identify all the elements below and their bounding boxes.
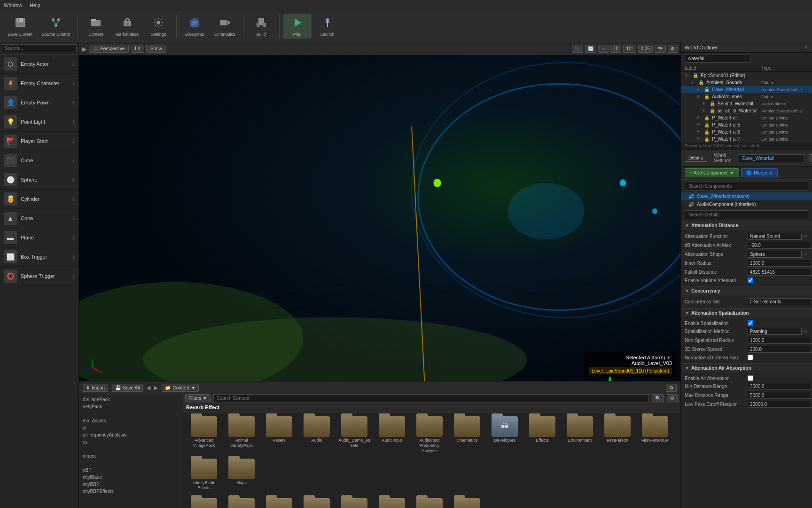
tree-item[interactable] bbox=[81, 460, 180, 467]
concurrency-set-input[interactable] bbox=[748, 298, 812, 305]
vp-settings-icon[interactable]: ⚙ bbox=[668, 45, 678, 53]
folder-firstpersonbp[interactable]: FirstPersonBP bbox=[637, 414, 673, 455]
list-item[interactable]: 💡 Point Light ℹ bbox=[0, 112, 78, 132]
list-item[interactable]: ⬜ Box Trigger ℹ bbox=[0, 247, 78, 267]
tree-item[interactable]: ut bbox=[81, 424, 180, 431]
actor-search-icon[interactable]: 🔍 bbox=[809, 154, 812, 162]
tab-world-settings[interactable]: World Settings bbox=[710, 152, 735, 164]
falloff-input[interactable] bbox=[748, 269, 812, 276]
attenuation-shape-dropdown[interactable]: Sphere bbox=[748, 251, 802, 258]
filter-button[interactable]: Filters ▼ bbox=[185, 394, 211, 402]
vp-camera-icon[interactable]: 📷 bbox=[655, 45, 666, 53]
list-item[interactable]: ▲ Cone ℹ bbox=[0, 209, 78, 228]
point-light-info[interactable]: ℹ bbox=[73, 119, 75, 125]
viewport[interactable]: Selected Actor(s) in: Audio_Level_V03 Le… bbox=[79, 56, 680, 381]
content-search-button[interactable]: 🔍 bbox=[652, 394, 664, 402]
vp-icon-rotate[interactable]: 🔄 bbox=[585, 45, 596, 53]
outliner-item[interactable]: 👁 🔒 P_WaterFall5 Emitter Emitte bbox=[681, 121, 812, 128]
folder-soulcave[interactable]: SoulCave bbox=[299, 496, 335, 508]
attenuation-distance-header[interactable]: ▼ Attenuation Distance bbox=[681, 221, 812, 230]
build-button[interactable]: Build bbox=[247, 14, 275, 39]
cone-info[interactable]: ℹ bbox=[73, 216, 75, 221]
prop-reset-icon[interactable]: ↺ bbox=[803, 234, 808, 239]
component-cave-waterfall[interactable]: 🔊 Cave_Waterfall(Instance) bbox=[681, 192, 812, 200]
tree-item[interactable]: rietyPack bbox=[81, 403, 180, 410]
folder-myassets[interactable]: MyAssets bbox=[186, 496, 222, 508]
folder-firstperson[interactable]: FirstPerson bbox=[600, 414, 635, 455]
tree-item[interactable]: nityBBPEffects bbox=[81, 488, 180, 495]
folder-quadruped[interactable]: Quadruped Creatures bbox=[261, 496, 297, 508]
outliner-item[interactable]: 👁 🔒 EpicSound01 (Editor) bbox=[681, 72, 812, 79]
tree-item[interactable]: nityBlade bbox=[81, 474, 180, 481]
list-item[interactable]: ▬ Plane ℹ bbox=[0, 228, 78, 247]
folder-audioinput-freq[interactable]: AudioInput Frequency Analysis bbox=[412, 414, 447, 455]
folder-maps[interactable]: Maps bbox=[224, 457, 259, 492]
concurrency-header[interactable]: ▼ Concurrency bbox=[681, 286, 812, 295]
folder-starter-content[interactable]: Starter Content bbox=[374, 496, 410, 508]
outliner-search-input[interactable] bbox=[685, 55, 750, 63]
import-button[interactable]: ⬇ Import bbox=[83, 384, 108, 392]
folder-advanced-villagepack[interactable]: Advanced VillagePack bbox=[186, 414, 222, 455]
low-pass-cutoff-input[interactable] bbox=[748, 401, 812, 408]
tree-item[interactable] bbox=[81, 410, 180, 417]
actor-name-input[interactable] bbox=[739, 154, 805, 162]
spatialization-header[interactable]: ▼ Attenuation Spatialization bbox=[681, 309, 812, 318]
outliner-item[interactable]: 👁 🔒 Cave_Waterfall AmbientSound Ambie bbox=[681, 86, 812, 93]
stereo-spread-input[interactable] bbox=[748, 346, 812, 353]
tab-details[interactable]: Details bbox=[685, 154, 707, 162]
add-component-button[interactable]: + Add Component ▼ bbox=[685, 168, 739, 177]
outliner-item[interactable]: 👁 🔒 as_ab_sl_Waterfall AmbientSound Ambi… bbox=[681, 107, 812, 114]
tree-item[interactable]: nityBBP bbox=[81, 481, 180, 488]
folder-developers[interactable]: 🕶 Developers bbox=[487, 414, 523, 455]
tree-item[interactable]: dVillagePack bbox=[81, 396, 180, 403]
menu-window[interactable]: Window bbox=[4, 2, 22, 8]
folder-cinematics[interactable]: Cinematics bbox=[449, 414, 485, 455]
search-details-input[interactable] bbox=[685, 210, 808, 219]
source-control-button[interactable]: Source Control bbox=[38, 14, 74, 39]
settings-bottom-button[interactable]: ⚙ bbox=[666, 384, 677, 392]
list-item[interactable]: ⬡ Empty Actor ℹ bbox=[0, 55, 78, 74]
save-current-button[interactable]: Save Current bbox=[4, 14, 36, 39]
tree-item[interactable]: cs bbox=[81, 438, 180, 445]
cinematics-button[interactable]: Cinematics bbox=[211, 14, 239, 39]
vp-angle-value[interactable]: 10° bbox=[623, 45, 636, 53]
marketplace-button[interactable]: Marketplace bbox=[112, 14, 142, 39]
db-attenuation-input[interactable] bbox=[748, 242, 812, 249]
folder-environment[interactable]: Environment bbox=[562, 414, 598, 455]
outliner-item[interactable]: 👁 🔒 AudioVolumes Folder bbox=[681, 93, 812, 100]
non-spatialized-radius-input[interactable] bbox=[748, 337, 812, 344]
content-button[interactable]: Content bbox=[82, 14, 110, 39]
list-item[interactable]: ⬛ Cube ℹ bbox=[0, 151, 78, 170]
folder-animal-varietypack[interactable]: Animal VarietyPack bbox=[224, 414, 259, 455]
tree-item[interactable] bbox=[81, 445, 180, 452]
max-distance-input[interactable] bbox=[748, 392, 812, 399]
play-button[interactable]: Play bbox=[283, 14, 312, 39]
menu-help[interactable]: Help bbox=[30, 2, 40, 8]
tree-item[interactable]: utFrequencyAnalysis bbox=[81, 431, 180, 438]
tree-item[interactable]: nment bbox=[81, 452, 180, 460]
vp-icon-translate[interactable]: ⬛ bbox=[572, 45, 583, 53]
sphere-info[interactable]: ℹ bbox=[73, 177, 75, 183]
empty-pawn-info[interactable]: ℹ bbox=[73, 100, 75, 105]
tree-item[interactable]: nBP bbox=[81, 467, 180, 474]
empty-actor-info[interactable]: ℹ bbox=[73, 62, 75, 67]
nav-back-icon[interactable]: ◀ bbox=[147, 385, 150, 391]
vp-icon-scale[interactable]: ↔ bbox=[598, 45, 609, 53]
perspective-button[interactable]: 🎥 Perspective bbox=[89, 45, 129, 53]
player-start-info[interactable]: ℹ bbox=[73, 139, 75, 144]
vp-scale-value[interactable]: 0.25 bbox=[638, 45, 653, 53]
sphere-trigger-info[interactable]: ℹ bbox=[73, 274, 75, 279]
enable-volume-checkbox[interactable] bbox=[748, 278, 753, 283]
folder-audioinput[interactable]: AudioInput bbox=[374, 414, 410, 455]
blueprints-button[interactable]: BP Blueprints bbox=[180, 14, 209, 39]
place-search-input[interactable] bbox=[2, 44, 77, 52]
cube-info[interactable]: ℹ bbox=[73, 158, 75, 163]
outliner-item[interactable]: 👁 🔒 P_WaterFall Emitter Emitte bbox=[681, 114, 812, 121]
enable-spatialization-checkbox[interactable] bbox=[748, 320, 753, 326]
spatialization-method-dropdown[interactable]: Panning bbox=[748, 328, 802, 335]
folder-effects[interactable]: Effects bbox=[524, 414, 560, 455]
min-distance-input[interactable] bbox=[748, 383, 812, 390]
vp-grid-value[interactable]: 10 bbox=[610, 45, 621, 53]
content-tab[interactable]: 📁 Content ▼ bbox=[162, 384, 199, 392]
inner-radius-input[interactable] bbox=[748, 260, 812, 267]
